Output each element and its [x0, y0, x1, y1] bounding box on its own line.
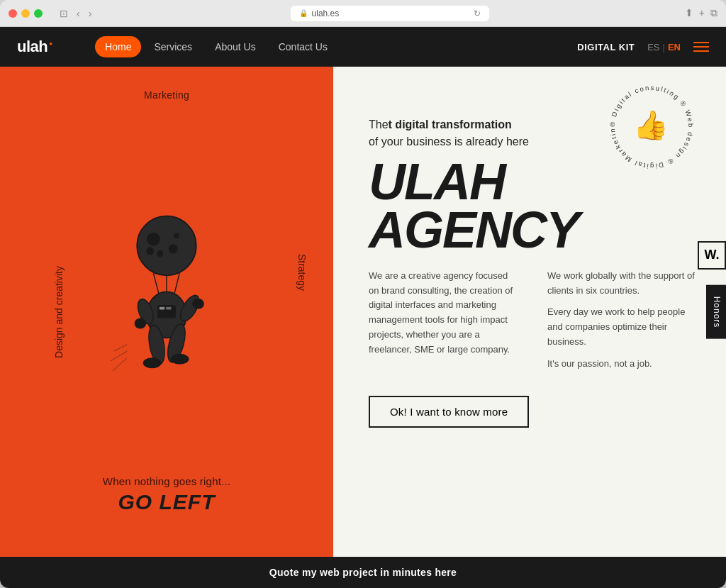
- honors-tab[interactable]: Honors: [706, 284, 726, 339]
- design-label: Design and creativity: [53, 266, 65, 358]
- nav-right: DIGITAL KIT ES | EN: [577, 42, 709, 52]
- svg-rect-10: [157, 305, 176, 318]
- footer-bar[interactable]: Quote my web project in minutes here: [0, 557, 726, 588]
- svg-point-5: [146, 247, 154, 255]
- language-switcher: ES | EN: [647, 42, 681, 52]
- lang-en[interactable]: EN: [668, 42, 681, 52]
- nav-about[interactable]: About Us: [205, 36, 266, 57]
- navbar: ulah ● Home Services About Us Contact Us…: [0, 27, 726, 67]
- bottom-text: When nothing goes right... GO LEFT: [0, 475, 333, 514]
- svg-point-19: [143, 357, 162, 368]
- desc-right-1: We work globally with the support of cli…: [547, 269, 698, 299]
- strategy-label: Strategy: [296, 254, 308, 291]
- svg-line-23: [113, 357, 127, 371]
- description-row: We are a creative agency focused on bran…: [369, 269, 698, 379]
- desc-right-2: Every day we work to help people and com…: [547, 305, 698, 349]
- headline-bold: t digital transformation: [389, 118, 512, 131]
- address-bar: 🔒 ulah.es ↻: [100, 6, 678, 21]
- svg-point-1: [147, 232, 160, 245]
- minimize-button[interactable]: [21, 9, 30, 18]
- nav-links: Home Services About Us Contact Us: [95, 36, 577, 57]
- lock-icon: 🔒: [299, 9, 308, 17]
- w-badge: W.: [698, 241, 726, 270]
- browser-titlebar: ⊡ ‹ › 🔒 ulah.es ↻ ⬆ + ⧉: [0, 0, 726, 27]
- svg-point-0: [137, 216, 196, 275]
- svg-point-4: [174, 233, 179, 238]
- cta-text: GO LEFT: [0, 490, 333, 514]
- honors-label: Honors: [712, 296, 722, 328]
- svg-point-20: [171, 353, 189, 364]
- main-content: Marketing Design and creativity Strategy: [0, 67, 726, 557]
- right-panel: ® Digital consulting ® Web design ® Digi…: [333, 67, 726, 557]
- maximize-button[interactable]: [34, 9, 43, 18]
- thumbs-up-icon: 👍: [633, 109, 669, 142]
- agency-line2: AGENCY: [369, 206, 698, 254]
- know-more-button[interactable]: Ok! I want to know more: [369, 396, 529, 428]
- digital-kit-label[interactable]: DIGITAL KIT: [577, 42, 635, 52]
- traffic-lights: [9, 9, 43, 18]
- svg-point-16: [192, 298, 204, 309]
- window-toggle[interactable]: ⊡: [57, 6, 71, 21]
- svg-point-2: [169, 244, 178, 253]
- left-panel: Marketing Design and creativity Strategy: [0, 67, 333, 557]
- headline-post: of your business is already here: [369, 135, 529, 148]
- forward-button[interactable]: ›: [86, 6, 95, 21]
- tagline-text: When nothing goes right...: [0, 475, 333, 487]
- marketing-label: Marketing: [144, 89, 189, 101]
- desc-right-3: It's our passion, not a job.: [547, 357, 698, 372]
- circular-badge: ® Digital consulting ® Web design ® Digi…: [605, 81, 698, 173]
- nav-services[interactable]: Services: [144, 36, 202, 57]
- astronaut-illustration: [89, 206, 245, 404]
- browser-controls: ⊡ ‹ ›: [57, 6, 94, 21]
- svg-rect-11: [160, 306, 164, 309]
- desc-left: We are a creative agency focused on bran…: [369, 269, 519, 379]
- tabs-icon[interactable]: ⧉: [710, 7, 717, 19]
- hamburger-menu[interactable]: [693, 42, 709, 52]
- new-tab-icon[interactable]: +: [699, 7, 705, 19]
- logo-dot: ●: [49, 40, 52, 47]
- close-button[interactable]: [9, 9, 17, 18]
- website: ulah ● Home Services About Us Contact Us…: [0, 27, 726, 588]
- url-text[interactable]: ulah.es: [312, 9, 340, 18]
- share-icon[interactable]: ⬆: [685, 7, 693, 19]
- site-logo[interactable]: ulah ●: [17, 38, 52, 56]
- logo-text: ulah: [17, 38, 48, 56]
- svg-line-21: [114, 344, 128, 350]
- nav-contact[interactable]: Contact Us: [269, 36, 337, 57]
- desc-right: We work globally with the support of cli…: [547, 269, 698, 379]
- browser-action-buttons: ⬆ + ⧉: [685, 7, 717, 19]
- svg-point-3: [157, 250, 163, 256]
- back-button[interactable]: ‹: [74, 6, 83, 21]
- nav-home[interactable]: Home: [95, 36, 141, 57]
- headline-pre: The: [369, 118, 389, 131]
- svg-point-15: [135, 318, 147, 328]
- footer-text: Quote my web project in minutes here: [269, 567, 457, 578]
- refresh-icon[interactable]: ↻: [474, 9, 481, 18]
- lang-es[interactable]: ES: [647, 42, 659, 52]
- svg-rect-12: [166, 306, 171, 309]
- browser-window: ⊡ ‹ › 🔒 ulah.es ↻ ⬆ + ⧉ ulah ● Home: [0, 0, 726, 588]
